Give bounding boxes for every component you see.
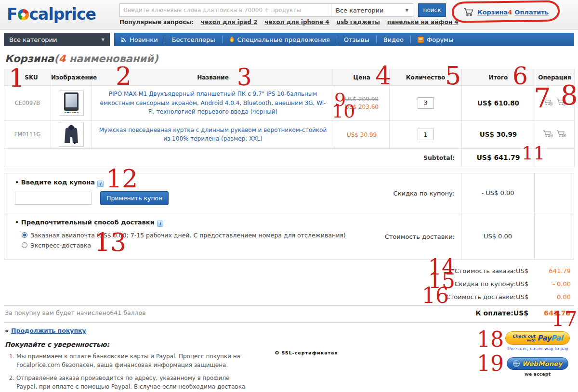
product-name-link[interactable]: Мужская повседневная куртка с длинным ру…: [99, 127, 327, 143]
remove-from-cart-icon[interactable]: [543, 130, 553, 138]
confidence-title: Покупайте с уверенностью:: [5, 340, 265, 348]
nav-item-bestsellers[interactable]: Бестселлеры: [165, 36, 222, 43]
table-row-tablet: CE0097B PIPO MAX-M1 Двухъядерный планшет…: [4, 86, 575, 121]
move-to-wishlist-icon[interactable]: [556, 130, 566, 138]
cart-count-badge: 4: [508, 9, 512, 16]
radio-selected-icon[interactable]: [22, 232, 27, 238]
shipping-section-label: • Предпочтительный способ доставкиi: [15, 219, 461, 227]
product-name-link[interactable]: PIPO MAX-M1 Двухъядерный планшетный ПК с…: [100, 91, 326, 115]
popular-queries-label: Популярные запросы:: [119, 19, 194, 26]
chevron-down-icon: ▼: [102, 38, 105, 42]
coupon-shipping-box: • Введите код купонаi Применить купон Ск…: [4, 173, 574, 260]
popular-link-iphone-panels[interactable]: панельки на айфон 4: [387, 19, 459, 26]
quantity-input[interactable]: [418, 97, 434, 109]
cart-items-count: 4: [59, 53, 66, 65]
column-header-name: Название: [92, 69, 334, 86]
checkout-link[interactable]: Оплатить: [514, 9, 549, 16]
subtotal-value: US$ 641.79: [462, 148, 535, 167]
nav-item-forums[interactable]: Форумы: [410, 36, 460, 43]
logo-text-rest: calprice: [29, 5, 96, 24]
coupon-discount-value: - US$ 0.00: [461, 173, 534, 213]
nav-item-reviews[interactable]: Отзывы: [337, 36, 376, 43]
product-thumbnail-tablet[interactable]: [59, 91, 84, 116]
search-category-value: Все категории: [336, 7, 384, 14]
shipping-cost-label: Стоимость доставки:: [385, 233, 455, 240]
paypal-logo: PayPal: [537, 334, 563, 342]
column-header-image: Изображение: [51, 69, 92, 86]
main-nav: Все категории ▼ Новинки Бестселлеры Спец…: [0, 33, 578, 46]
nav-item-video[interactable]: Видео: [376, 36, 410, 43]
subtotal-row: Subtotal: US$ 641.79: [4, 148, 575, 167]
search-bar: Все категории ▼ поиск: [119, 3, 446, 17]
popular-link-iphone-case[interactable]: чехол для iphone 4: [264, 19, 329, 26]
popular-queries: Популярные запросы: чехол для ipad 2 чех…: [119, 19, 459, 26]
coupon-code-input[interactable]: [15, 192, 92, 205]
logo-aperture-icon: [18, 9, 29, 20]
apply-coupon-button[interactable]: Применить купон: [100, 191, 169, 205]
coupon-row: • Введите код купонаi Применить купон Ск…: [4, 173, 574, 213]
subtotal-label: Subtotal:: [4, 148, 462, 167]
paypal-checkout-button[interactable]: Check outwith PayPal: [505, 331, 570, 345]
coupon-section-label: • Введите код купонаi: [15, 179, 461, 187]
continue-shopping-row: «Продолжить покупку: [0, 323, 578, 337]
shipping-cost-value: US$ 0.00: [461, 213, 534, 260]
shipping-row: • Предпочтительный способ доставкиi Зака…: [4, 213, 574, 260]
cart-table: SKU Изображение Название Цена Количество…: [4, 69, 575, 167]
forum-icon: [418, 37, 424, 43]
chevron-down-icon: ▼: [406, 8, 408, 13]
shipping-option-express[interactable]: Экспресс-доставка: [15, 242, 461, 249]
coupon-discount-label: Скидка по купону:: [394, 189, 455, 196]
search-category-select[interactable]: Все категории ▼: [331, 3, 413, 17]
current-price: US$ 203.60: [334, 104, 389, 110]
old-price: US$ 209.90: [334, 96, 389, 103]
shipping-cost-total-label: Стоимость доставки:US$: [446, 293, 528, 301]
amount-due-value: 641.79: [528, 309, 571, 317]
buy-with-confidence-section: Покупайте с уверенностью: Мы принимаем к…: [0, 337, 270, 392]
annotation-number-19: 19: [477, 353, 504, 374]
header-cart-area: Корзина4 Оплатить: [463, 8, 549, 16]
column-header-sku: SKU: [4, 69, 51, 86]
move-to-wishlist-icon[interactable]: [556, 98, 566, 106]
info-icon[interactable]: i: [157, 221, 163, 227]
payment-badges: Check outwith PayPal The safer, easier w…: [501, 331, 574, 377]
popular-link-usb-gadgets[interactable]: usb гаджеты: [336, 19, 380, 26]
quantity-input[interactable]: [418, 129, 434, 140]
confidence-item: Отправление заказа производится по адрес…: [16, 374, 248, 392]
cart-link[interactable]: Корзина: [477, 9, 508, 16]
categories-dropdown[interactable]: Все категории ▼: [4, 33, 110, 46]
amount-due-row: За покупку вам будет начислено641 баллов…: [0, 306, 578, 320]
rss-icon: [121, 37, 127, 42]
coupon-discount-total-label: Скидка по купону:US$: [454, 280, 528, 287]
row-total: US$ 30.99: [462, 120, 535, 148]
popular-link-ipad-case[interactable]: чехол для ipad 2: [201, 19, 258, 26]
radio-icon[interactable]: [22, 242, 27, 248]
webmoney-tagline: we accept: [501, 371, 574, 377]
search-input[interactable]: [119, 3, 331, 17]
table-row-jacket: FM0111G Мужская повседневная куртка с дл…: [4, 120, 575, 148]
continue-shopping-link[interactable]: Продолжить покупку: [11, 327, 86, 334]
focalprice-cart-page: Fcalprice Все категории ▼ поиск Популярн…: [0, 0, 578, 392]
order-totals: Стоимость заказа:US$641.79 Скидка по куп…: [0, 264, 578, 303]
product-thumbnail-jacket[interactable]: [59, 122, 84, 147]
page-title: Корзина(4 наименований): [5, 53, 578, 65]
search-button[interactable]: поиск: [418, 3, 446, 17]
site-header: Fcalprice Все категории ▼ поиск Популярн…: [0, 0, 578, 30]
shipping-cost-total-value: 0.00: [528, 290, 571, 303]
cart-table-header-row: SKU Изображение Название Цена Количество…: [4, 69, 575, 86]
nav-bar: Новинки Бестселлеры Специальные предложе…: [114, 33, 574, 46]
webmoney-button[interactable]: WebMoney: [507, 357, 568, 370]
cart-icon: [463, 8, 474, 16]
current-price: US$ 30.99: [334, 131, 389, 138]
info-icon[interactable]: i: [97, 181, 104, 187]
flame-icon: [229, 36, 235, 43]
categories-dropdown-label: Все категории: [9, 36, 57, 43]
coupon-discount-total-value: - 0.00: [528, 277, 571, 290]
confidence-item: Мы принимаем к оплате банковские карты и…: [16, 352, 248, 369]
nav-item-new-arrivals[interactable]: Новинки: [114, 36, 165, 43]
row-total: US$ 610.80: [462, 86, 535, 121]
webmoney-logo: WebMoney: [522, 360, 563, 367]
nav-item-special-offers[interactable]: Специальные предложения: [222, 36, 337, 43]
logo[interactable]: Fcalprice: [7, 5, 96, 24]
remove-from-cart-icon[interactable]: [543, 98, 553, 106]
order-cost-label: Стоимость заказа:US$: [455, 267, 528, 274]
